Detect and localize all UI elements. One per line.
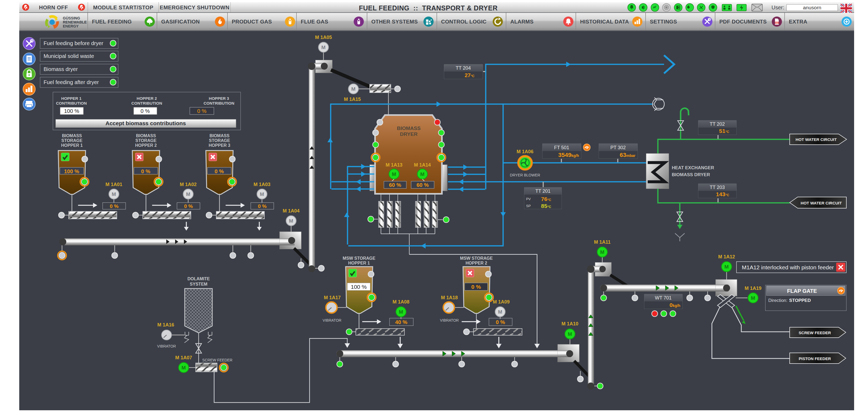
svg-text:0 %: 0 %: [471, 284, 481, 290]
svg-text:Municipal solid waste: Municipal solid waste: [43, 53, 94, 59]
svg-text:HEAT EXCHANGER: HEAT EXCHANGER: [672, 165, 714, 170]
svg-text:DRYER BLOWER: DRYER BLOWER: [510, 173, 540, 177]
svg-text:0 %: 0 %: [141, 108, 150, 114]
svg-text:MSW STORAGE: MSW STORAGE: [343, 256, 376, 260]
svg-text:HOT WATER CIRCUIT: HOT WATER CIRCUIT: [796, 137, 837, 142]
svg-text:BIOMASS: BIOMASS: [210, 134, 229, 138]
svg-text:100 %: 100 %: [64, 168, 80, 174]
svg-text:Fuel feeding before dryer: Fuel feeding before dryer: [43, 40, 103, 46]
svg-text:BIOMASS: BIOMASS: [62, 134, 82, 138]
svg-text:FLAP GATE: FLAP GATE: [787, 288, 817, 294]
svg-text:0 %: 0 %: [110, 203, 119, 209]
svg-text:100 %: 100 %: [64, 108, 80, 114]
svg-text:HOPPER 2: HOPPER 2: [135, 143, 157, 148]
svg-text:M 1A09: M 1A09: [493, 299, 509, 305]
svg-text:TT 202: TT 202: [710, 121, 725, 127]
svg-text:M 1A01: M 1A01: [105, 182, 122, 187]
svg-text:DOLAMITE: DOLAMITE: [187, 277, 210, 281]
svg-text:STORAGE: STORAGE: [61, 138, 83, 143]
svg-text:BIOMASS: BIOMASS: [136, 134, 156, 138]
svg-text:M 1A02: M 1A02: [180, 182, 196, 187]
svg-text:PDF: PDF: [775, 22, 778, 24]
svg-text:CONTRIBUTION: CONTRIBUTION: [204, 101, 235, 105]
svg-text:SCREW FEEDER: SCREW FEEDER: [799, 330, 831, 335]
svg-text:Accept biomass contributions: Accept biomass contributions: [105, 120, 186, 126]
svg-text:PV: PV: [526, 197, 531, 201]
svg-text:M 1A08: M 1A08: [393, 299, 409, 305]
svg-text:0 %: 0 %: [215, 168, 224, 174]
svg-text:M 1A13: M 1A13: [385, 162, 402, 168]
svg-text:M 1A15: M 1A15: [344, 97, 361, 102]
svg-text:CONTRIBUTION: CONTRIBUTION: [131, 101, 162, 105]
svg-text:0 %: 0 %: [496, 319, 505, 325]
svg-text:M 1A04: M 1A04: [283, 208, 300, 213]
svg-text:WT 701: WT 701: [655, 295, 672, 301]
svg-text:STORAGE: STORAGE: [135, 138, 157, 143]
svg-text:STOPPED: STOPPED: [789, 298, 811, 303]
svg-text:0 %: 0 %: [141, 168, 151, 174]
svg-text:HOPPER 1: HOPPER 1: [61, 143, 83, 148]
svg-text:HOPPER 3: HOPPER 3: [209, 96, 229, 101]
svg-text:M 1A16: M 1A16: [157, 322, 174, 327]
svg-text:VIBRATOR: VIBRATOR: [323, 318, 341, 322]
svg-text:Biomass dryer: Biomass dryer: [43, 66, 78, 72]
svg-text:HOPPER 3: HOPPER 3: [209, 143, 230, 148]
svg-text:MSW STORAGE: MSW STORAGE: [460, 256, 493, 260]
svg-text:VIBRATOR: VIBRATOR: [157, 344, 176, 348]
svg-text:STORAGE: STORAGE: [209, 138, 230, 143]
svg-text:BIOMASS DRYER: BIOMASS DRYER: [672, 172, 710, 177]
svg-text:0 %: 0 %: [197, 108, 207, 114]
svg-text:SYSTEM: SYSTEM: [190, 282, 208, 286]
svg-text:M 1A11: M 1A11: [594, 239, 611, 245]
svg-text:M 1A05: M 1A05: [315, 35, 332, 40]
svg-text:0 %: 0 %: [258, 203, 267, 209]
svg-text:HOPPER 1: HOPPER 1: [348, 261, 370, 265]
svg-text:HOT WATER CIRCUIT: HOT WATER CIRCUIT: [801, 201, 842, 205]
svg-text:TT 201: TT 201: [535, 188, 551, 194]
svg-text:M 1A17: M 1A17: [324, 295, 341, 300]
svg-text:M 1A12: M 1A12: [718, 254, 735, 259]
svg-text:M 1A19: M 1A19: [744, 286, 761, 291]
svg-text:60 %: 60 %: [389, 182, 401, 188]
svg-text:0 %: 0 %: [184, 203, 193, 209]
svg-text:M 1A06: M 1A06: [517, 149, 533, 154]
svg-text:100 %: 100 %: [351, 284, 367, 290]
svg-text:M1A12 interlocked with piston: M1A12 interlocked with piston feeder: [742, 264, 834, 270]
svg-text:VIBRATOR: VIBRATOR: [440, 318, 459, 322]
svg-text:SP: SP: [526, 204, 531, 208]
svg-text:BIOMASS: BIOMASS: [397, 126, 421, 131]
svg-text:40 %: 40 %: [395, 319, 407, 325]
svg-text:HOPPER 1: HOPPER 1: [61, 96, 82, 101]
svg-text:Direction:: Direction:: [768, 298, 787, 303]
svg-text:HOPPER 2: HOPPER 2: [466, 261, 487, 265]
svg-text:60 %: 60 %: [416, 182, 429, 188]
svg-text:M 1A03: M 1A03: [253, 182, 270, 187]
svg-text:DRYER: DRYER: [400, 131, 417, 137]
svg-text:PISTON FEEDER: PISTON FEEDER: [799, 356, 831, 361]
svg-text:M 1A18: M 1A18: [441, 295, 458, 300]
svg-text:PT 302: PT 302: [610, 145, 626, 150]
svg-text:SCREW FEEDER: SCREW FEEDER: [203, 358, 232, 362]
svg-text:Fuel feeding after dryer: Fuel feeding after dryer: [43, 79, 99, 85]
svg-text:M 1A14: M 1A14: [414, 162, 431, 168]
svg-text:M 1A10: M 1A10: [561, 321, 578, 326]
svg-text:HOPPER 2: HOPPER 2: [136, 96, 157, 101]
svg-text:TT 203: TT 203: [710, 185, 725, 190]
svg-text:TT 204: TT 204: [456, 65, 471, 71]
svg-text:CONTRIBUTION: CONTRIBUTION: [56, 101, 87, 105]
svg-text:FT 501: FT 501: [554, 145, 569, 150]
svg-text:M 1A07: M 1A07: [175, 355, 192, 360]
